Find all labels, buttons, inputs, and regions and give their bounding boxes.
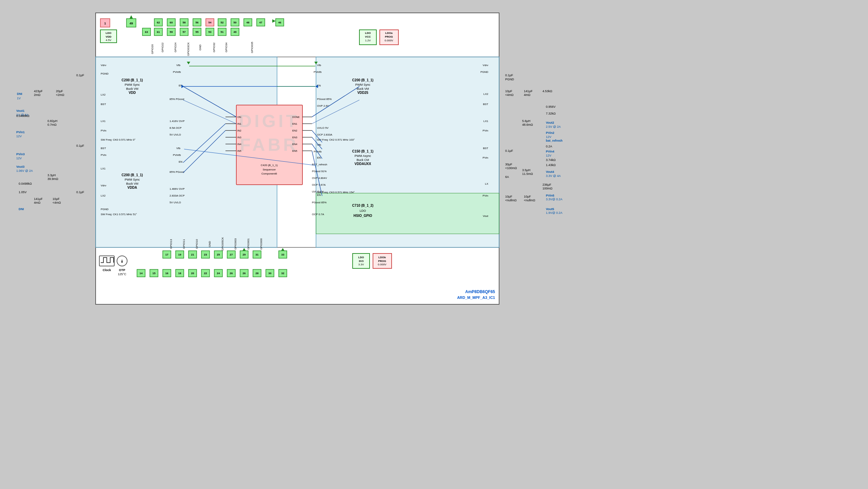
svg-text:PVin1: PVin1 (16, 130, 25, 134)
svg-text:Vfb: Vfb (317, 64, 321, 67)
svg-text:58: 58 (183, 21, 186, 24)
svg-text:GPIO22: GPIO22 (161, 42, 164, 52)
svg-text:LX1: LX1 (101, 120, 106, 123)
svg-text:21: 21 (191, 253, 194, 256)
svg-text:4.5V: 4.5V (106, 39, 112, 42)
svg-text:PGood 85%: PGood 85% (317, 98, 332, 101)
svg-text:IN3: IN3 (237, 136, 241, 139)
svg-text:3.5µH: 3.5µH (522, 168, 530, 172)
svg-text:60: 60 (170, 21, 173, 24)
svg-text:OCP 5.67A: OCP 5.67A (312, 183, 326, 186)
svg-text:EN4: EN4 (292, 143, 297, 146)
svg-text:1.466V OVP: 1.466V OVP (170, 187, 184, 190)
svg-text:VDD25: VDD25 (357, 91, 369, 95)
svg-text:3V3: 3V3 (359, 260, 364, 263)
svg-text:BST: BST (483, 103, 488, 106)
svg-text:PVin4: PVin4 (546, 150, 554, 153)
svg-text:PVin: PVin (101, 154, 106, 157)
svg-text:32: 32 (281, 272, 284, 275)
svg-text:EN: EN (179, 160, 182, 163)
svg-text:Vdrv: Vdrv (483, 64, 488, 67)
svg-text:30: 30 (269, 272, 272, 275)
svg-text:ARD_M_MPF_A3_IC1: ARD_M_MPF_A3_IC1 (457, 296, 495, 300)
svg-text:54: 54 (209, 21, 212, 24)
svg-text:Buck VM: Buck VM (126, 182, 138, 185)
svg-text:PWM Async: PWM Async (355, 154, 371, 158)
svg-text:52: 52 (221, 21, 224, 24)
svg-text:Buck VM: Buck VM (357, 87, 369, 90)
svg-text:47: 47 (259, 21, 262, 24)
svg-text:48.6mΩ: 48.6mΩ (522, 123, 533, 126)
svg-text:LX1: LX1 (101, 167, 106, 170)
svg-text:<2mΩ: <2mΩ (56, 93, 64, 97)
svg-text:PGood 85%: PGood 85% (312, 201, 327, 204)
svg-text:46: 46 (278, 21, 281, 24)
svg-text:GPIO32: GPIO32 (213, 42, 216, 52)
svg-text:SW Freq: CK2 0.571 MHz 103°: SW Freq: CK2 0.571 MHz 103° (317, 138, 355, 141)
svg-text:DIGIT: DIGIT (239, 111, 300, 131)
svg-text:0.2A: 0.2A (546, 145, 552, 148)
svg-text:12V: 12V (16, 135, 22, 138)
svg-text:LDO: LDO (360, 209, 366, 212)
svg-text:0.956V: 0.956V (546, 105, 556, 108)
svg-text:EN3: EN3 (292, 136, 297, 139)
svg-text:57: 57 (183, 30, 186, 34)
svg-text:1.2V: 1.2V (365, 39, 371, 42)
svg-text:423µF: 423µF (34, 89, 43, 93)
svg-text:3.3V: 3.3V (358, 263, 364, 266)
svg-text:53: 53 (209, 30, 212, 34)
svg-text:23: 23 (204, 253, 207, 256)
svg-text:PVin2: PVin2 (546, 131, 554, 135)
svg-text:1: 1 (104, 22, 106, 25)
svg-text:10µF: 10µF (524, 195, 531, 198)
svg-text:PVin3: PVin3 (16, 152, 25, 156)
svg-text:Vdrv: Vdrv (101, 64, 106, 67)
svg-text:GPIO003: GPIO003 (234, 238, 237, 250)
svg-text:SW Freq: CK1 0.571 MHz 51°: SW Freq: CK1 0.571 MHz 51° (101, 213, 137, 216)
svg-text:31: 31 (256, 253, 259, 256)
svg-text:27: 27 (230, 253, 233, 256)
svg-text:EN5: EN5 (292, 149, 297, 152)
svg-text:59: 59 (170, 30, 173, 34)
svg-text:Clock: Clock (103, 268, 112, 272)
svg-text:62: 62 (157, 21, 160, 24)
svg-text:PVin: PVin (482, 194, 488, 197)
svg-text:<nullmΩ: <nullmΩ (505, 199, 517, 202)
svg-text:GPIO13: GPIO13 (170, 239, 173, 249)
svg-text:Vfb: Vfb (176, 147, 181, 150)
svg-text:AmP8DB6QF65: AmP8DB6QF65 (465, 289, 495, 294)
svg-text:0.82µH: 0.82µH (47, 119, 57, 123)
svg-text:12V: 12V (546, 154, 551, 157)
svg-text:PGND: PGND (505, 78, 514, 81)
svg-text:HSIO_GPIO: HSIO_GPIO (353, 214, 372, 218)
svg-text:29: 29 (243, 253, 246, 256)
svg-text:Vout: Vout (483, 215, 489, 218)
svg-text:19: 19 (178, 253, 181, 256)
svg-text:bat_refresh: bat_refresh (546, 139, 563, 142)
svg-text:11.5mΩ: 11.5mΩ (522, 172, 533, 176)
svg-text:GPIO11: GPIO11 (182, 239, 185, 249)
svg-text:GPIO03CK: GPIO03CK (187, 42, 190, 56)
svg-text:IN2: IN2 (237, 129, 241, 132)
svg-text:0.1µF: 0.1µF (76, 144, 84, 147)
svg-text:48: 48 (246, 21, 250, 24)
svg-text:<4mΩ: <4mΩ (505, 93, 514, 97)
svg-text:85% PGood: 85% PGood (170, 98, 184, 101)
svg-text:PROG: PROG (378, 260, 386, 263)
svg-text:LX2: LX2 (484, 93, 489, 96)
svg-text:1.43kΩ: 1.43kΩ (546, 163, 556, 167)
svg-text:C710 (B_1_2): C710 (B_1_2) (352, 204, 374, 207)
svg-text:49: 49 (234, 30, 237, 34)
svg-text:33: 33 (281, 253, 284, 256)
svg-text:18: 18 (178, 272, 181, 275)
svg-text:PVin: PVin (482, 129, 488, 132)
svg-text:Vout5: Vout5 (546, 207, 554, 211)
svg-text:LDOa: LDOa (385, 32, 393, 35)
svg-text:OCP 0.7A: OCP 0.7A (312, 213, 324, 216)
svg-text:141µF: 141µF (524, 89, 533, 93)
svg-text:<100mΩ: <100mΩ (505, 166, 517, 170)
svg-text:GPIO20: GPIO20 (151, 44, 154, 54)
svg-text:0.000V: 0.000V (378, 263, 387, 266)
svg-text:15: 15 (153, 272, 156, 275)
svg-text:55: 55 (196, 30, 199, 34)
